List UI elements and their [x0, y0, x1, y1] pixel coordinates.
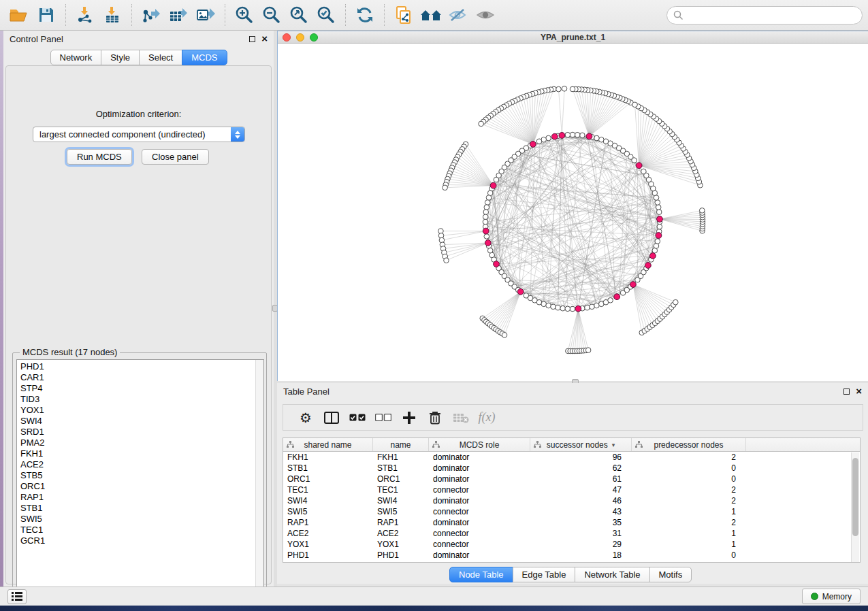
close-window-icon[interactable]: [283, 33, 291, 42]
tab-motifs[interactable]: Motifs: [649, 567, 692, 582]
tab-network[interactable]: Network: [50, 50, 101, 65]
tab-network-table[interactable]: Network Table: [575, 567, 649, 582]
column-header-predecessor-nodes[interactable]: predecessor nodes: [632, 438, 746, 451]
mcds-result-item[interactable]: STP4: [20, 383, 263, 394]
mcds-result-item[interactable]: FKH1: [20, 448, 263, 459]
mcds-result-item[interactable]: PMA2: [20, 437, 263, 448]
zoom-out-button[interactable]: [258, 2, 285, 28]
maximize-window-icon[interactable]: [310, 33, 318, 42]
cell: dominator: [429, 452, 530, 463]
mcds-result-title: MCDS result (17 nodes): [20, 347, 120, 357]
copy-network-icon: [394, 5, 413, 24]
zoom-in-button[interactable]: [231, 2, 258, 28]
export-image-button[interactable]: [192, 2, 219, 28]
search-box[interactable]: [666, 6, 863, 24]
tab-select[interactable]: Select: [139, 50, 182, 65]
column-header-shared-name[interactable]: shared name: [283, 438, 373, 451]
tab-mcds[interactable]: MCDS: [182, 50, 227, 65]
table-row[interactable]: SWI4SWI4dominator462: [283, 495, 860, 506]
table-row[interactable]: ORC1ORC1dominator610: [283, 474, 860, 484]
tab-style[interactable]: Style: [101, 50, 140, 65]
hide-selected-button[interactable]: [445, 2, 472, 28]
mcds-result-item[interactable]: TID3: [20, 394, 263, 405]
mcds-result-item[interactable]: PHD1: [20, 361, 263, 372]
import-network-button[interactable]: [71, 2, 99, 28]
table-body: FKH1FKH1dominator962STB1STB1dominator620…: [283, 452, 860, 561]
search-input[interactable]: [684, 10, 854, 20]
show-columns-button[interactable]: [319, 406, 344, 429]
minimize-window-icon[interactable]: [296, 33, 304, 42]
plus-icon: [402, 411, 416, 425]
mcds-result-item[interactable]: YOX1: [20, 405, 263, 416]
mcds-result-item[interactable]: RAP1: [20, 492, 263, 503]
table-row[interactable]: TEC1TEC1connector472: [283, 484, 860, 495]
tab-edge-table[interactable]: Edge Table: [513, 567, 576, 582]
export-network-button[interactable]: [138, 2, 165, 28]
export-table-icon: [169, 6, 188, 24]
mcds-result-item[interactable]: STB5: [20, 470, 263, 481]
mcds-result-item[interactable]: SWI5: [20, 514, 263, 525]
export-table-button[interactable]: [165, 2, 192, 28]
zoom-out-icon: [262, 5, 281, 24]
task-history-button[interactable]: [7, 589, 27, 604]
table-options-button[interactable]: ⚙: [293, 406, 319, 429]
mcds-result-list[interactable]: PHD1CAR1STP4TID3YOX1SWI4SRD1PMA2FKH1ACE2…: [16, 359, 264, 602]
delete-column-button[interactable]: [422, 406, 448, 429]
tab-node-table[interactable]: Node Table: [449, 567, 513, 582]
mcds-result-item[interactable]: TEC1: [20, 525, 263, 535]
mcds-result-item[interactable]: ACE2: [20, 459, 263, 470]
table-scrollbar-thumb[interactable]: [852, 458, 858, 536]
network-canvas[interactable]: [278, 44, 867, 381]
mcds-result-item[interactable]: STB1: [20, 503, 263, 514]
first-neighbors-button[interactable]: [417, 2, 445, 28]
column-header-MCDS-role[interactable]: MCDS role: [429, 438, 530, 451]
select-all-columns-button[interactable]: [344, 406, 370, 429]
optimization-criterion-dropdown[interactable]: largest connected component (undirected): [33, 127, 245, 142]
mcds-result-item[interactable]: SWI4: [20, 416, 263, 427]
mcds-result-item[interactable]: GCR1: [20, 535, 263, 546]
table-row[interactable]: YOX1YOX1connector291: [283, 539, 860, 550]
delete-table-icon: [453, 412, 469, 423]
network-window-titlebar[interactable]: YPA_prune.txt_1: [278, 31, 868, 44]
cell: SWI5: [283, 506, 373, 517]
zoom-selected-button[interactable]: [312, 2, 340, 28]
table-row[interactable]: PHD1PHD1dominator180: [283, 550, 860, 561]
gear-icon: ⚙: [300, 411, 312, 425]
column-header-successor-nodes[interactable]: successor nodes▾: [530, 438, 632, 451]
cell: 43: [530, 506, 632, 517]
save-session-button[interactable]: [33, 2, 60, 28]
cell: 46: [530, 495, 632, 506]
close-panel-button[interactable]: Close panel: [142, 149, 209, 165]
mcds-result-item[interactable]: ORC1: [20, 481, 263, 492]
mcds-list-scrollbar[interactable]: [255, 360, 263, 601]
mcds-result-item[interactable]: SRD1: [20, 427, 263, 437]
float-panel-icon[interactable]: [249, 36, 255, 42]
new-network-from-selection-button[interactable]: [390, 2, 417, 28]
show-all-button[interactable]: [472, 2, 499, 28]
open-session-button[interactable]: [5, 2, 33, 28]
table-row[interactable]: FKH1FKH1dominator962: [283, 452, 860, 463]
table-row[interactable]: SWI5SWI5connector431: [283, 506, 860, 517]
create-column-button[interactable]: [396, 406, 422, 429]
table-row[interactable]: ACE2ACE2connector311: [283, 528, 860, 539]
cell: 35: [530, 517, 632, 528]
node-table: shared namenameMCDS rolesuccessor nodes▾…: [283, 437, 861, 563]
mcds-result-item[interactable]: CAR1: [20, 372, 263, 383]
column-header-name[interactable]: name: [373, 438, 429, 451]
memory-button[interactable]: Memory: [802, 589, 861, 604]
cell-filler: [746, 474, 860, 484]
table-row[interactable]: STB1STB1dominator620: [283, 463, 860, 474]
table-scrollbar[interactable]: [851, 452, 859, 562]
table-row[interactable]: RAP1RAP1dominator352: [283, 517, 860, 528]
cell: connector: [429, 528, 530, 539]
unselect-all-columns-button[interactable]: [370, 406, 396, 429]
float-panel-icon[interactable]: [843, 389, 850, 395]
hide-eye-icon: [448, 7, 468, 23]
run-mcds-button[interactable]: Run MCDS: [67, 149, 132, 165]
refresh-view-button[interactable]: [351, 2, 379, 28]
zoom-fit-button[interactable]: [285, 2, 312, 28]
close-panel-icon[interactable]: ×: [261, 35, 268, 42]
close-panel-icon[interactable]: ×: [856, 388, 862, 395]
import-network-icon: [76, 6, 94, 24]
import-table-button[interactable]: [99, 2, 126, 28]
